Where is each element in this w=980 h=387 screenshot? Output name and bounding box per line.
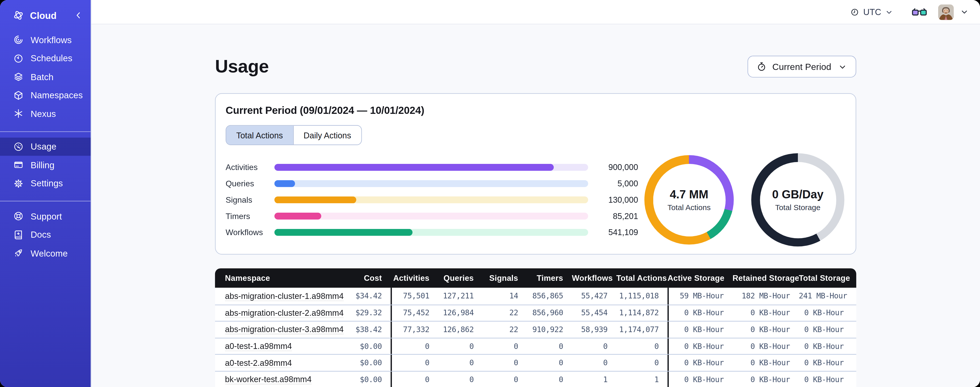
main-area: UTC Usage Current Period [91,0,980,387]
value-cell: $38.42 [347,325,391,334]
bar-fill [274,229,412,236]
table-body: abs-migration-cluster-1.a98mm4$34.4275,5… [215,288,856,387]
table-row: a0-test-1.a98mm4$0.000000000 KB-Hour0 KB… [215,338,856,354]
value-cell: 0 KB-Hour [733,358,799,367]
sidebar-item-namespaces[interactable]: Namespaces [0,86,91,104]
period-button-label: Current Period [772,62,831,72]
sidebar-item-usage[interactable]: Usage [0,138,91,156]
sidebar-item-schedules[interactable]: Schedules [0,49,91,67]
bar-label: Signals [226,195,274,205]
page-title: Usage [215,56,269,77]
feedback-glasses-button[interactable] [912,7,927,16]
value-cell: 0 KB-Hour [668,371,733,387]
sidebar-item-label: Docs [30,230,51,240]
welcome-icon [13,248,24,259]
workflows-icon [13,34,24,45]
namespace-cell: a0-test-1.a98mm4 [215,342,347,351]
value-cell: $29.32 [347,309,391,317]
bar-fill [274,164,554,171]
value-cell: 55,454 [572,309,616,317]
value-cell: 0 [438,342,483,350]
period-selector-button[interactable]: Current Period [748,56,856,78]
sidebar-item-label: Welcome [30,248,68,258]
sidebar-item-docs[interactable]: Docs [0,225,91,244]
value-cell: 59 MB-Hour [668,288,733,304]
sidebar-item-batch[interactable]: Batch [0,68,91,86]
table-row: abs-migration-cluster-3.a98mm4$38.4277,3… [215,321,856,337]
value-cell: $0.00 [347,358,391,367]
value-cell: 1,115,018 [616,292,668,301]
value-cell: 126,984 [438,309,483,317]
namespace-link[interactable]: a0-test-2.a98mm4 [225,358,292,368]
bar-label: Queries [226,179,274,188]
usage-summary-card: Current Period (09/01/2024 — 10/01/2024)… [215,93,856,254]
sidebar: Cloud WorkflowsSchedulesBatchNamespacesN… [0,0,91,387]
chevron-down-icon [885,8,893,16]
batch-icon [13,72,24,82]
namespace-link[interactable]: bk-worker-test.a98mm4 [225,375,312,384]
column-header-signals: Signals [483,273,527,283]
sidebar-collapse-button[interactable] [74,11,83,20]
tab-daily-actions[interactable]: Daily Actions [293,126,361,145]
bar-fill [274,213,321,220]
namespaces-icon [13,90,24,101]
namespace-link[interactable]: abs-migration-cluster-1.a98mm4 [225,291,344,301]
clock-icon [850,7,860,17]
support-icon [13,211,24,222]
value-cell: 0 KB-Hour [733,375,799,384]
sidebar-item-billing[interactable]: Billing [0,156,91,174]
donut-value: 0 GB/Day [772,188,824,201]
table-row: abs-migration-cluster-2.a98mm4$29.3275,4… [215,304,856,321]
page-header: Usage Current Period [215,56,856,78]
value-cell: 0 [527,375,572,384]
value-cell: 182 MB-Hour [733,292,799,301]
value-cell: 0 [527,342,572,350]
value-cell: 22 [483,325,527,334]
sidebar-item-welcome[interactable]: Welcome [0,244,91,262]
card-title: Current Period (09/01/2024 — 10/01/2024) [226,104,846,117]
namespace-link[interactable]: a0-test-1.a98mm4 [225,342,292,351]
sidebar-item-settings[interactable]: Settings [0,174,91,192]
sidebar-item-label: Namespaces [30,90,83,100]
namespace-link[interactable]: abs-migration-cluster-2.a98mm4 [225,309,344,318]
sidebar-item-label: Support [30,211,62,221]
value-cell: 1 [572,375,616,384]
donut-value: 4.7 MM [670,188,708,201]
sidebar-item-workflows[interactable]: Workflows [0,30,91,49]
account-menu-chevron-down-icon[interactable] [960,7,969,16]
value-cell: 14 [483,292,527,301]
value-cell: 75,501 [391,288,438,304]
value-cell: 22 [483,309,527,317]
sidebar-item-label: Batch [30,72,54,82]
billing-icon [13,160,24,170]
value-cell: 77,332 [391,321,438,338]
table-row: abs-migration-cluster-1.a98mm4$34.4275,5… [215,288,856,304]
avatar[interactable] [938,4,954,20]
app-window: Cloud WorkflowsSchedulesBatchNamespacesN… [0,0,980,387]
bar-track [274,213,588,220]
nexus-icon [13,109,24,119]
table-header-row: NamespaceCostActivitiesQueriesSignalsTim… [215,268,856,288]
column-header-queries: Queries [438,273,483,283]
value-cell: 0 [616,342,668,350]
sidebar-item-support[interactable]: Support [0,207,91,225]
tab-total-actions[interactable]: Total Actions [226,126,293,145]
value-cell: 0 [391,355,438,371]
value-cell: 0 KB-Hour [799,309,853,317]
value-cell: 0 [527,358,572,367]
topbar: UTC [91,0,980,24]
value-cell: 1,174,077 [616,325,668,334]
value-cell: 0 KB-Hour [799,325,853,334]
column-header-active-storage: Active Storage [668,273,733,283]
value-cell: 0 [483,375,527,384]
bar-label: Activities [226,162,274,172]
sidebar-nav-account: UsageBillingSettings [0,138,91,193]
namespace-link[interactable]: abs-migration-cluster-3.a98mm4 [225,325,344,334]
sidebar-item-nexus[interactable]: Nexus [0,104,91,123]
timezone-selector[interactable]: UTC [850,7,893,17]
value-cell: 0 KB-Hour [799,375,853,384]
bar-track [274,164,588,171]
usage-icon [13,141,24,152]
value-cell: 0 KB-Hour [668,355,733,371]
value-cell: 75,452 [391,305,438,321]
